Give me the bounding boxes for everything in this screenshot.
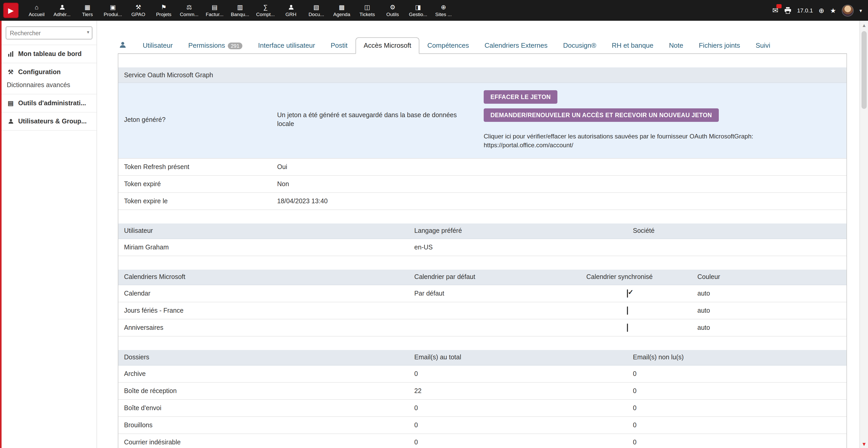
sidebar-item-dashboard[interactable]: Mon tableau de bord	[2, 45, 96, 63]
tab-suivi[interactable]: Suivi	[748, 38, 778, 54]
row-value: 18/04/2023 13:40	[277, 197, 841, 205]
topbar-menu-label: Produi...	[104, 11, 122, 17]
token-expiry-date-row: Token expire le 18/04/2023 13:40	[118, 193, 846, 210]
scroll-down-arrow[interactable]: ▼	[860, 441, 868, 447]
user-name-cell: Miriam Graham	[124, 243, 414, 251]
topbar-menu-produits[interactable]: ▣ Produi...	[100, 0, 126, 21]
row-label: Token Refresh présent	[124, 163, 277, 170]
tab-postit[interactable]: Postit	[323, 38, 355, 54]
sidebar-item-label: Outils d'administrati...	[18, 100, 86, 107]
demander-renouveler-jeton-button[interactable]: DEMANDER/RENOUVELER UN ACCÈS ET RECEVOIR…	[484, 108, 718, 122]
tab-rh-et-banque[interactable]: RH et banque	[604, 38, 661, 54]
calendars-table: Calendriers Microsoft Calendrier par déf…	[118, 269, 846, 336]
column-header: Société	[633, 227, 841, 234]
topbar-menu-comptabilite[interactable]: ∑ Compt...	[253, 0, 278, 21]
oauth-section-header: Service Oauth Microsoft Graph	[118, 67, 846, 83]
sidebar-item-users-groups[interactable]: Utilisateurs & Group...	[2, 112, 96, 130]
main-content: Utilisateur Permissions291 Interface uti…	[99, 21, 860, 448]
oauth-section-title: Service Oauth Microsoft Graph	[124, 71, 213, 78]
column-header: Couleur	[698, 273, 841, 280]
topbar-menu-label: GPAO	[131, 11, 145, 17]
mail-icon[interactable]: ✉	[772, 6, 778, 14]
tab-fichiers-joints[interactable]: Fichiers joints	[691, 38, 748, 54]
sidebar-item-label: Configuration	[18, 68, 61, 76]
bookmark-star-icon[interactable]: ★	[830, 6, 836, 14]
quick-add-icon[interactable]: ⊕	[819, 6, 825, 14]
topbar-menu-tiers[interactable]: ▦ Tiers	[75, 0, 100, 21]
calendar-synced-cell	[586, 307, 697, 314]
effacer-jeton-button[interactable]: EFFACER LE JETON	[484, 90, 557, 104]
printer-icon[interactable]	[784, 7, 792, 14]
tab-label: Permissions	[188, 41, 225, 49]
topbar-menu-facturation[interactable]: ▤ Factur...	[202, 0, 227, 21]
tab-label: Interface utilisateur	[258, 41, 315, 49]
oauth-portal-link[interactable]: https://portal.office.com/account/	[484, 141, 753, 150]
topbar-menu-label: Sites ...	[435, 11, 452, 17]
column-header: Calendrier par défaut	[414, 273, 586, 280]
tab-label: Compétences	[427, 41, 469, 49]
chevron-down-icon[interactable]: ▾	[860, 7, 862, 13]
accounting-icon: ∑	[263, 4, 268, 10]
topbar-menu-agenda[interactable]: ▩ Agenda	[329, 0, 354, 21]
app-logo[interactable]: ▶	[3, 3, 19, 18]
topbar-menu-accueil[interactable]: ⌂ Accueil	[24, 0, 49, 21]
tab-permissions[interactable]: Permissions291	[181, 38, 250, 54]
sidebar-item-dictionnaires[interactable]: Dictionnaires avancés	[2, 81, 96, 94]
scroll-up-arrow[interactable]: ▲	[860, 21, 868, 28]
topbar-menu-gpao[interactable]: ⚒ GPAO	[126, 0, 151, 21]
topbar-menu-adherents[interactable]: Adhér...	[49, 0, 75, 21]
sidebar-item-configuration[interactable]: ⚒ Configuration	[2, 63, 96, 81]
topbar-menu-sites[interactable]: ⊕ Sites ...	[431, 0, 456, 21]
tab-content-panel: Service Oauth Microsoft Graph Jeton géné…	[118, 54, 847, 448]
synced-checkbox[interactable]	[627, 289, 628, 297]
third-parties-icon: ▦	[85, 4, 91, 10]
token-expired-row: Token expiré Non	[118, 175, 846, 193]
user-avatar[interactable]	[842, 4, 854, 16]
list-icon: ▤	[7, 100, 14, 107]
products-icon: ▣	[110, 4, 116, 10]
chevron-down-icon[interactable]: ▾	[87, 30, 89, 35]
tab-bar: Utilisateur Permissions291 Interface uti…	[118, 37, 847, 54]
tab-utilisateur[interactable]: Utilisateur	[135, 38, 181, 54]
manufacturing-icon: ⚒	[135, 4, 141, 10]
calendar-icon: ▩	[339, 4, 345, 10]
calendar-color-cell: auto	[698, 324, 841, 331]
oauth-help-text: Cliquer ici pour vérifier/effacer les au…	[484, 132, 753, 149]
search-input[interactable]	[6, 27, 92, 39]
folder-unread-cell: 0	[633, 404, 841, 411]
topbar-menu-label: Adhér...	[54, 11, 70, 17]
application-window: ▶ ⌂ Accueil Adhér... ▦ Tiers ▣ Produi...…	[0, 0, 868, 448]
tab-docusign[interactable]: Docusign®	[555, 38, 604, 54]
topbar-right-tools: ✉ 17.0.1 ⊕ ★ ▾	[772, 4, 862, 16]
play-logo-icon: ▶	[8, 6, 14, 14]
website-icon: ⊕	[441, 4, 446, 10]
user-table-header: Utilisateur Langage préféré Société	[118, 223, 846, 239]
vertical-scrollbar[interactable]: ▲ ▼	[860, 21, 868, 448]
topbar-menu-documents[interactable]: ▧ Docu...	[304, 0, 329, 21]
tab-interface-utilisateur[interactable]: Interface utilisateur	[250, 38, 323, 54]
row-value: Oui	[277, 163, 841, 170]
folder-name-cell: Archive	[124, 370, 414, 377]
tab-calendriers-externes[interactable]: Calendriers Externes	[477, 38, 555, 54]
member-icon	[59, 4, 65, 10]
table-row: Anniversaires auto	[118, 319, 846, 336]
tab-label: Utilisateur	[143, 41, 173, 49]
topbar-menu-banques[interactable]: ▥ Banqu...	[227, 0, 253, 21]
tab-competences[interactable]: Compétences	[420, 38, 477, 54]
topbar-menu-projets[interactable]: ⚑ Projets	[151, 0, 177, 21]
token-generated-label: Jeton généré?	[124, 116, 277, 124]
folder-name-cell: Brouillons	[124, 421, 414, 428]
scrollbar-thumb[interactable]	[862, 31, 867, 109]
topbar-menu-tickets[interactable]: ◫ Tickets	[354, 0, 380, 21]
tab-note[interactable]: Note	[661, 38, 691, 54]
topbar-menu-gestion[interactable]: ◨ Gestio...	[405, 0, 431, 21]
topbar-menu-commerce[interactable]: ⚖ Comm...	[177, 0, 202, 21]
sidebar-item-admin-tools[interactable]: ▤ Outils d'administrati...	[2, 94, 96, 112]
oauth-help-sentence: Cliquer ici pour vérifier/effacer les au…	[484, 133, 753, 140]
table-row: Miriam Graham en-US	[118, 239, 846, 256]
topbar-menu-outils[interactable]: ⚙ Outils	[380, 0, 405, 21]
tab-acces-microsoft[interactable]: Accès Microsoft	[355, 37, 420, 54]
synced-checkbox[interactable]	[627, 306, 628, 314]
topbar-menu-grh[interactable]: GRH	[278, 0, 304, 21]
synced-checkbox[interactable]	[627, 323, 628, 332]
